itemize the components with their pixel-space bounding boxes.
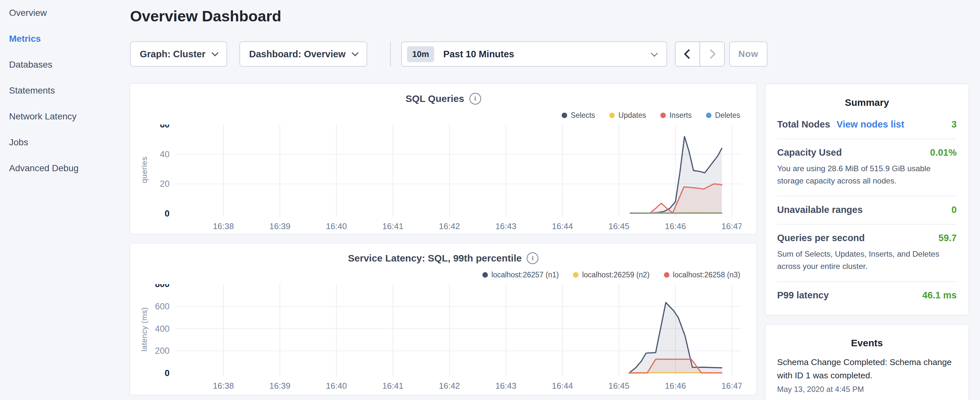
- summary-row-value: 46.1 ms: [923, 290, 957, 301]
- info-icon[interactable]: i: [469, 93, 481, 105]
- legend-dot: [573, 272, 579, 278]
- view-nodes-link[interactable]: View nodes list: [837, 119, 904, 130]
- sidebar-item-databases[interactable]: Databases: [0, 52, 127, 78]
- legend-item-deletes: Deletes: [706, 111, 740, 120]
- x-tick-label: 16:40: [326, 381, 347, 390]
- info-icon[interactable]: i: [527, 252, 538, 264]
- now-button[interactable]: Now: [729, 41, 767, 67]
- summary-row-value: 0: [951, 204, 957, 215]
- summary-row-value: 0.01%: [930, 147, 957, 158]
- x-tick-label: 16:46: [665, 381, 686, 390]
- summary-title: Summary: [765, 97, 968, 108]
- service-latency-chart: 16:3816:3916:4016:4116:4216:4316:4416:45…: [130, 284, 741, 393]
- summary-row-top: P99 latency46.1 ms: [777, 290, 957, 301]
- sidebar-item-advanced-debug[interactable]: Advanced Debug: [0, 155, 127, 181]
- sidebar-item-network-latency[interactable]: Network Latency: [0, 104, 127, 129]
- graph-dropdown-label: Graph: Cluster: [140, 49, 205, 59]
- x-tick-label: 16:44: [552, 222, 573, 231]
- legend-item-updates: Updates: [609, 111, 646, 120]
- summary-row-queries-per-second: Queries per second59.7Sum of Selects, Up…: [777, 224, 957, 281]
- summary-row-label: Total Nodes: [777, 119, 830, 130]
- service-latency-panel: Service Latency: SQL, 99th percentile i …: [129, 243, 757, 395]
- y-tick-label: 400: [155, 324, 170, 334]
- time-pager: [675, 41, 725, 67]
- x-tick-label: 16:40: [326, 222, 347, 231]
- x-tick-label: 16:47: [721, 222, 741, 231]
- y-tick-label: 40: [160, 150, 170, 159]
- legend-dot: [664, 272, 670, 278]
- dashboard-dropdown-label: Dashboard: Overview: [249, 49, 345, 59]
- legend-item-localhost-26257-n1: localhost:26257 (n1): [482, 271, 559, 279]
- events-list: Schema Change Completed: Schema change w…: [765, 356, 968, 394]
- legend-dot: [562, 113, 567, 118]
- legend-item-inserts: Inserts: [660, 111, 692, 120]
- summary-row-top: Unavailable ranges0: [777, 204, 957, 215]
- chevron-down-icon: [212, 49, 218, 56]
- chart-title-text: Service Latency: SQL, 99th percentile: [348, 253, 522, 264]
- sql-queries-chart: 16:3816:3916:4016:4116:4216:4316:4416:45…: [130, 124, 741, 233]
- legend-label: Deletes: [715, 111, 740, 120]
- y-tick-label: 0: [165, 209, 170, 218]
- sidebar-item-metrics[interactable]: Metrics: [0, 26, 127, 52]
- chart-title: Service Latency: SQL, 99th percentile i: [130, 252, 756, 264]
- summary-row-value: 59.7: [939, 233, 957, 243]
- y-tick-label: 600: [155, 302, 170, 311]
- graph-dropdown[interactable]: Graph: Cluster: [130, 41, 227, 67]
- legend-label: Selects: [571, 111, 595, 120]
- summary-row-label: Capacity Used: [777, 147, 842, 158]
- time-window-badge: 10m: [407, 46, 434, 62]
- y-tick-label: 0: [165, 368, 170, 378]
- x-tick-label: 16:44: [552, 381, 573, 390]
- legend-label: Inserts: [670, 111, 692, 120]
- chevron-right-icon: [706, 49, 716, 59]
- summary-row-desc: Sum of Selects, Updates, Inserts, and De…: [777, 248, 957, 273]
- x-tick-label: 16:41: [382, 381, 404, 390]
- sql-queries-panel: SQL Queries i SelectsUpdatesInsertsDelet…: [129, 83, 757, 234]
- summary-row-unavailable-ranges: Unavailable ranges0: [777, 196, 957, 224]
- time-range-label: Past 10 Minutes: [443, 49, 514, 59]
- x-tick-label: 16:43: [495, 222, 516, 231]
- summary-row-total-nodes: Total NodesView nodes list3: [777, 115, 957, 139]
- summary-row-value: 3: [951, 119, 957, 130]
- event-item[interactable]: Schema Change Completed: Schema change w…: [777, 356, 957, 394]
- events-title: Events: [765, 338, 968, 349]
- dashboard-dropdown[interactable]: Dashboard: Overview: [239, 41, 367, 67]
- y-tick-label: 20: [160, 179, 170, 189]
- y-tick-label: 60: [160, 124, 170, 129]
- x-tick-label: 16:38: [213, 222, 234, 231]
- summary-row-capacity-used: Capacity Used0.01%You are using 28.6 MiB…: [777, 139, 957, 196]
- x-tick-label: 16:39: [269, 222, 291, 231]
- chart-title-text: SQL Queries: [406, 93, 464, 104]
- x-tick-label: 16:41: [382, 222, 404, 231]
- chevron-down-icon: [651, 49, 658, 56]
- summary-row-top: Total NodesView nodes list3: [777, 119, 957, 130]
- next-time-button[interactable]: [700, 42, 724, 66]
- x-tick-label: 16:42: [439, 381, 460, 390]
- summary-rows: Total NodesView nodes list3Capacity Used…: [765, 115, 968, 309]
- summary-row-desc: You are using 28.6 MiB of 515.9 GiB usab…: [777, 163, 957, 187]
- sidebar: OverviewMetricsDatabasesStatementsNetwor…: [0, 0, 127, 181]
- x-tick-label: 16:39: [269, 381, 291, 390]
- x-tick-label: 16:43: [495, 381, 516, 390]
- event-text: Schema Change Completed: Schema change w…: [777, 356, 957, 382]
- x-tick-label: 16:46: [665, 222, 686, 231]
- legend-label: localhost:26257 (n1): [492, 271, 559, 279]
- legend-label: Updates: [618, 111, 646, 120]
- summary-row-label: P99 latency: [777, 290, 829, 301]
- legend-item-localhost-26258-n3: localhost:26258 (n3): [664, 271, 740, 279]
- sidebar-item-statements[interactable]: Statements: [0, 78, 127, 104]
- sidebar-item-overview[interactable]: Overview: [0, 0, 127, 26]
- page-title: Overview Dashboard: [130, 7, 282, 25]
- sidebar-item-jobs[interactable]: Jobs: [0, 129, 127, 155]
- summary-panel: Summary Total NodesView nodes list3Capac…: [765, 83, 969, 316]
- chevron-left-icon: [684, 49, 694, 59]
- y-tick-label: 200: [155, 346, 170, 356]
- x-tick-label: 16:42: [439, 222, 460, 231]
- chart-legend: localhost:26257 (n1)localhost:26259 (n2)…: [482, 271, 740, 279]
- chart-legend: SelectsUpdatesInsertsDeletes: [562, 111, 740, 120]
- x-tick-label: 16:45: [608, 381, 629, 390]
- header-divider: [390, 41, 391, 67]
- time-range-dropdown[interactable]: 10m Past 10 Minutes: [401, 41, 667, 67]
- summary-row-label: Unavailable ranges: [777, 204, 862, 215]
- prev-time-button[interactable]: [676, 42, 700, 66]
